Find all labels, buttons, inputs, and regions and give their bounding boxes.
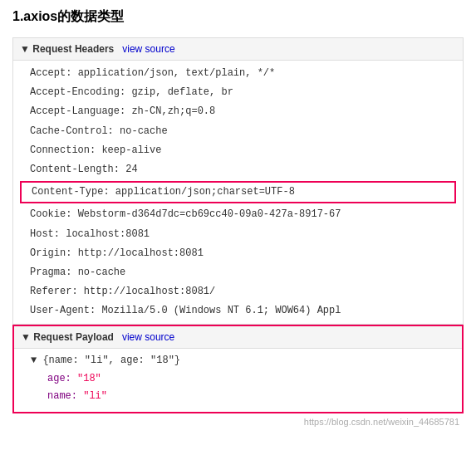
user-agent-value: Mozilla/5.0 (Windows NT 6.1; WOW64) Appl [101, 305, 341, 316]
header-row-accept-encoding: Accept-Encoding: gzip, deflate, br [13, 83, 463, 102]
pragma-value: no-cache [78, 267, 126, 278]
cookie-value: Webstorm-d364d7dc=cb69cc40-09a0-427a-891… [78, 208, 341, 220]
content-length-value: 24 [125, 164, 137, 175]
accept-encoding-value: gzip, deflate, br [131, 86, 233, 98]
header-row-content-length: Content-Length: 24 [13, 160, 463, 179]
content-type-value: application/json;charset=UTF-8 [115, 186, 295, 198]
header-row-content-type: Content-Type: application/json;charset=U… [20, 181, 456, 203]
header-row-accept-language: Accept-Language: zh-CN,zh;q=0.8 [13, 102, 463, 121]
cookie-key: Cookie: [30, 208, 71, 220]
pragma-key: Pragma: [30, 267, 71, 278]
request-payload-body: ▼ {name: "li", age: "18"} age: "18" name… [14, 349, 462, 412]
referer-value: http://localhost:8081/ [84, 286, 215, 297]
payload-name-row: name: "li" [14, 388, 462, 405]
payload-age-value: "18" [77, 373, 101, 384]
origin-value: http://localhost:8081 [78, 247, 204, 259]
cache-control-value: no-cache [120, 125, 168, 137]
payload-object-label: ▼ {name: "li", age: "18"} [31, 355, 180, 366]
request-headers-label: ▼ Request Headers [20, 43, 114, 55]
header-row-referer: Referer: http://localhost:8081/ [13, 282, 463, 301]
accept-encoding-key: Accept-Encoding: [30, 86, 125, 98]
payload-object-row: ▼ {name: "li", age: "18"} [14, 352, 462, 369]
header-row-connection: Connection: keep-alive [13, 141, 463, 160]
header-row-user-agent: User-Agent: Mozilla/5.0 (Windows NT 6.1;… [13, 301, 463, 320]
request-headers-header: ▼ Request Headers view source [13, 38, 463, 61]
request-payload-header: ▼ Request Payload view source [14, 326, 462, 349]
header-row-cache-control: Cache-Control: no-cache [13, 122, 463, 141]
request-payload-view-source[interactable]: view source [122, 331, 174, 343]
accept-language-value: zh-CN,zh;q=0.8 [131, 105, 215, 117]
request-headers-body: Accept: application/json, text/plain, */… [13, 61, 463, 324]
connection-key: Connection: [30, 144, 96, 156]
accept-language-key: Accept-Language: [30, 105, 125, 117]
content-length-key: Content-Length: [30, 164, 120, 175]
request-payload-section: ▼ Request Payload view source ▼ {name: "… [12, 325, 464, 413]
content-type-key: Content-Type: [32, 186, 110, 198]
watermark: https://blog.csdn.net/weixin_44685781 [12, 417, 464, 427]
page-title: 1.axios的数据类型 [12, 8, 464, 26]
host-value: localhost:8081 [66, 228, 150, 240]
header-row-pragma: Pragma: no-cache [13, 263, 463, 282]
payload-age-row: age: "18" [14, 370, 462, 388]
accept-key: Accept: [30, 67, 71, 79]
connection-value: keep-alive [101, 144, 161, 156]
request-headers-section: ▼ Request Headers view source Accept: ap… [12, 37, 464, 325]
origin-key: Origin: [30, 247, 71, 259]
user-agent-key: User-Agent: [30, 305, 96, 316]
header-row-cookie: Cookie: Webstorm-d364d7dc=cb69cc40-09a0-… [13, 205, 463, 224]
header-row-accept: Accept: application/json, text/plain, */… [13, 64, 463, 83]
payload-age-key: age: [47, 373, 71, 384]
cache-control-key: Cache-Control: [30, 125, 114, 137]
payload-name-key: name: [47, 390, 77, 402]
request-payload-label: ▼ Request Payload [21, 331, 114, 343]
accept-value: application/json, text/plain, */* [78, 67, 276, 79]
referer-key: Referer: [30, 286, 78, 297]
header-row-origin: Origin: http://localhost:8081 [13, 244, 463, 263]
host-key: Host: [30, 228, 60, 240]
request-headers-view-source[interactable]: view source [122, 43, 174, 55]
payload-name-value: "li" [83, 390, 107, 402]
header-row-host: Host: localhost:8081 [13, 225, 463, 244]
